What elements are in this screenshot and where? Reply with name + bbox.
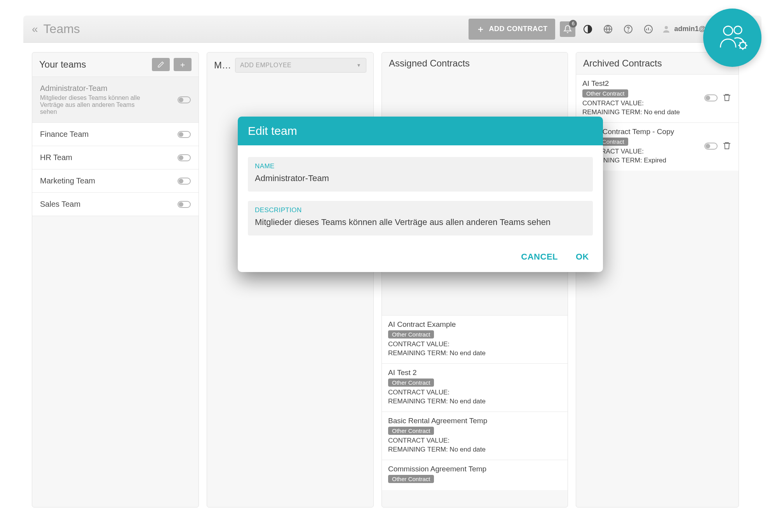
contrast-icon <box>583 24 592 34</box>
delete-button[interactable] <box>722 141 732 151</box>
team-name: HR Team <box>40 153 72 162</box>
team-toggle[interactable] <box>178 96 191 103</box>
contract-tag: Other Contract <box>388 427 434 435</box>
contract-tag: Other Contract <box>388 379 434 387</box>
your-teams-title: Your teams <box>39 59 86 70</box>
add-team-button[interactable]: ＋ <box>174 58 192 71</box>
contract-card[interactable]: AI Test2Other ContractCONTRACT VALUE:REM… <box>576 74 739 122</box>
pencil-icon <box>157 61 164 68</box>
contract-tag: Other Contract <box>388 475 434 483</box>
notification-badge: 6 <box>569 20 577 28</box>
contract-card[interactable]: AI Test 2Other ContractCONTRACT VALUE:RE… <box>382 363 568 412</box>
members-title: M… <box>214 60 231 71</box>
archived-title: Archived Contracts <box>583 58 662 69</box>
svg-point-3 <box>628 31 629 31</box>
plus-icon: ＋ <box>179 59 186 70</box>
dashboard-button[interactable] <box>641 21 656 37</box>
team-name: Sales Team <box>40 200 80 209</box>
contract-title: AI Test2 <box>582 79 700 88</box>
contract-value: CONTRACT VALUE: <box>388 340 561 349</box>
team-name: Marketing Team <box>40 176 95 185</box>
trash-icon <box>722 141 732 150</box>
archive-toggle[interactable] <box>704 94 718 101</box>
contract-tag: Other Contract <box>388 330 434 338</box>
contract-card[interactable]: Commission Agreement TempOther Contract <box>382 460 568 490</box>
user-icon <box>662 24 671 34</box>
app-surface: « Teams ＋ ADD CONTRACT 6 <box>23 16 761 517</box>
team-toggle[interactable] <box>178 131 191 138</box>
language-button[interactable] <box>600 21 616 37</box>
topbar: « Teams ＋ ADD CONTRACT 6 <box>23 16 761 43</box>
edit-team-button[interactable] <box>152 58 170 71</box>
contract-value: CONTRACT VALUE: <box>582 147 700 156</box>
trash-icon <box>722 93 732 102</box>
notifications-button[interactable]: 6 <box>560 21 575 37</box>
contract-card[interactable]: AI Contract ExampleOther ContractCONTRAC… <box>382 315 568 363</box>
contract-term: REMAINING TERM: Expired <box>582 156 700 165</box>
team-item[interactable]: Marketing Team <box>32 169 199 193</box>
archived-contracts-column: Archived Contracts AI Test2Other Contrac… <box>576 52 739 508</box>
contract-value: CONTRACT VALUE: <box>388 388 561 397</box>
svg-point-6 <box>724 26 733 35</box>
contract-title: Commission Agreement Temp <box>388 465 561 473</box>
team-gear-icon <box>715 20 750 55</box>
team-admin-fab[interactable] <box>703 9 761 67</box>
contract-term: REMAINING TERM: No end date <box>388 445 561 454</box>
contract-tag: SaaS Contract <box>582 138 628 146</box>
team-item[interactable]: Sales Team <box>32 192 199 216</box>
contract-tag: Other Contract <box>582 89 628 98</box>
svg-point-7 <box>734 26 742 34</box>
theme-toggle-button[interactable] <box>580 21 596 37</box>
contract-term: REMAINING TERM: No end date <box>388 349 561 358</box>
page-title: Teams <box>44 22 80 36</box>
add-contract-button[interactable]: ＋ ADD CONTRACT <box>469 19 555 40</box>
chevron-down-icon: ▼ <box>357 63 361 68</box>
contract-term: REMAINING TERM: No end date <box>388 397 561 406</box>
assigned-title: Assigned Contracts <box>389 58 470 69</box>
team-item[interactable]: Administrator-TeamMitglieder dieses Team… <box>32 77 199 123</box>
globe-icon <box>603 24 613 34</box>
contract-card[interactable]: SaaS Contract Temp - CopySaaS ContractCO… <box>576 122 739 171</box>
team-toggle[interactable] <box>178 154 191 161</box>
team-name: Administrator-Team <box>40 84 149 93</box>
chart-icon <box>644 24 653 34</box>
contract-card[interactable]: Basic Rental Agreement TempOther Contrac… <box>382 412 568 460</box>
team-item[interactable]: HR Team <box>32 146 199 169</box>
team-toggle[interactable] <box>178 178 191 185</box>
members-column: M… ADD EMPLOYEE ▼ <box>207 52 374 508</box>
back-button[interactable]: « <box>32 23 38 35</box>
archive-toggle[interactable] <box>704 143 718 150</box>
team-item[interactable]: Finance Team <box>32 122 199 146</box>
contract-value: CONTRACT VALUE: <box>582 99 700 108</box>
svg-point-5 <box>665 26 668 29</box>
contract-title: AI Contract Example <box>388 320 561 329</box>
plus-icon: ＋ <box>476 23 485 35</box>
your-teams-column: Your teams ＋ Administrator-TeamMitgliede… <box>32 52 199 508</box>
contract-value: CONTRACT VALUE: <box>388 436 561 445</box>
add-employee-dropdown[interactable]: ADD EMPLOYEE ▼ <box>235 58 366 73</box>
assigned-contracts-column: Assigned Contracts AI Contract ExampleOt… <box>382 52 568 508</box>
contract-title: SaaS Contract Temp - Copy <box>582 127 700 136</box>
delete-button[interactable] <box>722 93 732 103</box>
add-contract-label: ADD CONTRACT <box>489 25 547 33</box>
contract-title: AI Test 2 <box>388 368 561 377</box>
contract-title: Basic Rental Agreement Temp <box>388 417 561 425</box>
help-button[interactable] <box>620 21 636 37</box>
add-employee-placeholder: ADD EMPLOYEE <box>240 62 291 69</box>
contract-term: REMAINING TERM: No end date <box>582 108 700 117</box>
help-icon <box>624 24 633 34</box>
team-name: Finance Team <box>40 130 89 139</box>
team-description: Mitglieder dieses Teams können alle Vert… <box>40 94 149 115</box>
board: Your teams ＋ Administrator-TeamMitgliede… <box>23 43 761 517</box>
team-toggle[interactable] <box>178 201 191 208</box>
